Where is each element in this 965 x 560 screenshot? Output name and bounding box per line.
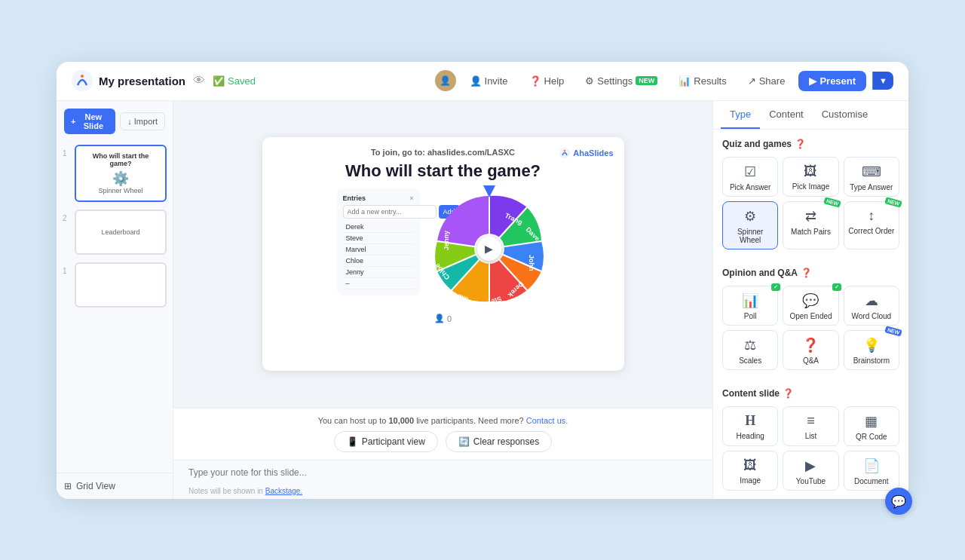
backstage-link[interactable]: Backstage. bbox=[265, 487, 302, 495]
list-icon: ≡ bbox=[807, 413, 815, 429]
slide-type-type-answer[interactable]: ⌨ Type Answer bbox=[844, 157, 899, 197]
slide-type-poll[interactable]: ✓ 📊 Poll bbox=[722, 286, 778, 326]
invite-icon: 👤 bbox=[470, 75, 482, 87]
canvas-main: To join, go to: ahaslides.com/LASXC AhaS… bbox=[173, 101, 712, 408]
entry-item: Chloe bbox=[343, 256, 414, 267]
sidebar-bottom: ⊞ Grid View bbox=[57, 473, 173, 499]
mobile-icon: 📱 bbox=[347, 436, 358, 447]
slide-type-spinner-wheel[interactable]: ⚙ Spinner Wheel bbox=[722, 201, 778, 249]
content-slide-section: Content slide ❓ H Heading ≡ List bbox=[713, 379, 908, 499]
spinner-wheel-icon: ⚙ bbox=[744, 208, 756, 225]
entries-close-icon[interactable]: × bbox=[409, 194, 413, 202]
slide-type-brainstorm[interactable]: NEW 💡 Brainstorm bbox=[844, 330, 899, 370]
svg-text:Jenny: Jenny bbox=[443, 231, 450, 250]
app-window: My presentation 👁 ✅ Saved 👤 👤 Invite ❓ H… bbox=[57, 62, 908, 499]
person-icon: 👤 bbox=[434, 314, 445, 323]
slide-thumbnail[interactable] bbox=[75, 262, 167, 308]
content-slide-title: Content slide ❓ bbox=[722, 388, 899, 399]
user-avatar[interactable]: 👤 bbox=[435, 70, 456, 91]
slide-type-open-ended[interactable]: ✓ 💬 Open Ended bbox=[783, 286, 838, 326]
plus-icon: + bbox=[71, 117, 75, 126]
share-icon: ↗ bbox=[748, 75, 756, 87]
spinner-wheel[interactable]: Trang Dave John Derek Steve Marvel Chloe… bbox=[429, 188, 550, 309]
slide-type-pick-answer[interactable]: ☑ Pick Answer bbox=[722, 157, 778, 197]
entry-item: Jenny bbox=[343, 267, 414, 278]
import-button[interactable]: ↓ Import bbox=[120, 112, 165, 130]
settings-button[interactable]: ⚙ Settings NEW bbox=[577, 72, 665, 90]
slide-type-image[interactable]: 🖼 Image bbox=[722, 451, 778, 491]
grid-view-button[interactable]: ⊞ Grid View bbox=[64, 481, 115, 491]
invite-button[interactable]: 👤 Invite bbox=[462, 72, 516, 90]
content-help-icon[interactable]: ❓ bbox=[783, 388, 794, 399]
brainstorm-new-badge: NEW bbox=[884, 326, 902, 336]
tab-type[interactable]: Type bbox=[721, 101, 760, 129]
contact-us-link[interactable]: Contact us. bbox=[526, 416, 568, 425]
tab-content[interactable]: Content bbox=[760, 101, 813, 129]
share-button[interactable]: ↗ Share bbox=[740, 72, 793, 90]
correct-order-new-badge: NEW bbox=[884, 197, 902, 207]
participant-note: You can host up to 10,000 live participa… bbox=[188, 416, 697, 425]
settings-gear-icon: ⚙ bbox=[585, 75, 594, 87]
slide-type-match-pairs[interactable]: NEW ⇄ Match Pairs bbox=[783, 201, 838, 249]
brand-logo: AhaSlides bbox=[559, 148, 613, 158]
app-logo-icon bbox=[72, 70, 93, 91]
canvas-bottom-bar: 👤 0 bbox=[422, 309, 464, 328]
heading-icon: H bbox=[745, 413, 755, 429]
entry-item: Marvel bbox=[343, 244, 414, 256]
correct-order-icon: ↕ bbox=[868, 208, 875, 224]
entry-item: – bbox=[343, 278, 414, 289]
chat-bubble-button[interactable]: 💬 bbox=[885, 488, 912, 515]
entry-item: Derek bbox=[343, 222, 414, 233]
opinion-help-icon[interactable]: ❓ bbox=[801, 268, 812, 278]
settings-new-badge: NEW bbox=[636, 76, 657, 85]
opinion-qa-section: Opinion and Q&A ❓ ✓ 📊 Poll ✓ 💬 Open Ende… bbox=[713, 259, 908, 379]
slide-type-scales[interactable]: ⚖ Scales bbox=[722, 330, 778, 370]
present-dropdown-arrow[interactable]: ▼ bbox=[872, 72, 893, 90]
clear-responses-button[interactable]: 🔄 Clear responses bbox=[446, 431, 552, 452]
results-button[interactable]: 📊 Results bbox=[671, 72, 734, 90]
slide-type-word-cloud[interactable]: ☁ Word Cloud bbox=[844, 286, 899, 326]
quiz-help-icon[interactable]: ❓ bbox=[795, 139, 806, 149]
slide-list-item: 1 Who will start the game? ⚙️ Spinner Wh… bbox=[63, 145, 167, 202]
tab-customise[interactable]: Customise bbox=[813, 101, 877, 129]
entries-input[interactable] bbox=[343, 205, 437, 219]
sidebar: + New Slide ↓ Import 1 Who will start th… bbox=[57, 101, 173, 499]
pick-answer-icon: ☑ bbox=[744, 164, 756, 180]
slide-type-qa[interactable]: ❓ Q&A bbox=[783, 330, 838, 370]
canvas-footer: You can host up to 10,000 live participa… bbox=[173, 408, 712, 460]
notes-input[interactable] bbox=[188, 467, 697, 478]
word-cloud-icon: ☁ bbox=[865, 292, 878, 309]
document-icon: 📄 bbox=[863, 457, 880, 474]
participant-view-button[interactable]: 📱 Participant view bbox=[334, 431, 438, 452]
new-slide-button[interactable]: + New Slide bbox=[64, 109, 115, 134]
opinion-type-grid: ✓ 📊 Poll ✓ 💬 Open Ended ☁ Word Cloud bbox=[722, 286, 899, 370]
slide-type-qr-code[interactable]: ▦ QR Code bbox=[844, 406, 899, 446]
slide-type-label: Leaderboard bbox=[101, 228, 139, 236]
slide-number: 1 bbox=[63, 267, 70, 275]
slide-type-youtube[interactable]: ▶ YouTube bbox=[783, 451, 838, 491]
slide-type-pick-image[interactable]: 🖼 Pick Image bbox=[783, 157, 838, 197]
slide-type-heading[interactable]: H Heading bbox=[722, 406, 778, 446]
body-area: + New Slide ↓ Import 1 Who will start th… bbox=[57, 101, 908, 499]
slide-number: 2 bbox=[63, 214, 70, 222]
slide-thumbnail[interactable]: Leaderboard bbox=[75, 210, 167, 255]
qr-code-icon: ▦ bbox=[865, 413, 878, 430]
join-text: To join, go to: ahaslides.com/LASXC bbox=[371, 148, 515, 157]
open-ended-new-badge: ✓ bbox=[832, 283, 841, 291]
slide-thumbnail[interactable]: Who will start the game? ⚙️ Spinner Whee… bbox=[75, 145, 167, 202]
wheel-play-button[interactable]: ▶ bbox=[477, 237, 501, 261]
preview-eye-icon[interactable]: 👁 bbox=[193, 74, 205, 87]
spinner-area: Entries × Add Derek Steve Marvel Chloe bbox=[337, 188, 550, 309]
slide-type-document[interactable]: 📄 Document bbox=[844, 451, 899, 491]
participant-count: 👤 0 bbox=[434, 314, 452, 323]
open-ended-icon: 💬 bbox=[802, 292, 819, 309]
notes-area bbox=[173, 460, 712, 483]
sidebar-toolbar: + New Slide ↓ Import bbox=[57, 101, 173, 142]
content-type-grid: H Heading ≡ List ▦ QR Code 🖼 bbox=[722, 406, 899, 491]
help-button[interactable]: ❓ Help bbox=[522, 72, 572, 90]
present-button[interactable]: ▶ Present bbox=[798, 71, 866, 91]
slide-type-correct-order[interactable]: NEW ↕ Correct Order bbox=[844, 201, 899, 249]
grid-icon: ⊞ bbox=[64, 481, 72, 491]
slide-type-list[interactable]: ≡ List bbox=[783, 406, 838, 446]
type-answer-icon: ⌨ bbox=[862, 164, 881, 180]
